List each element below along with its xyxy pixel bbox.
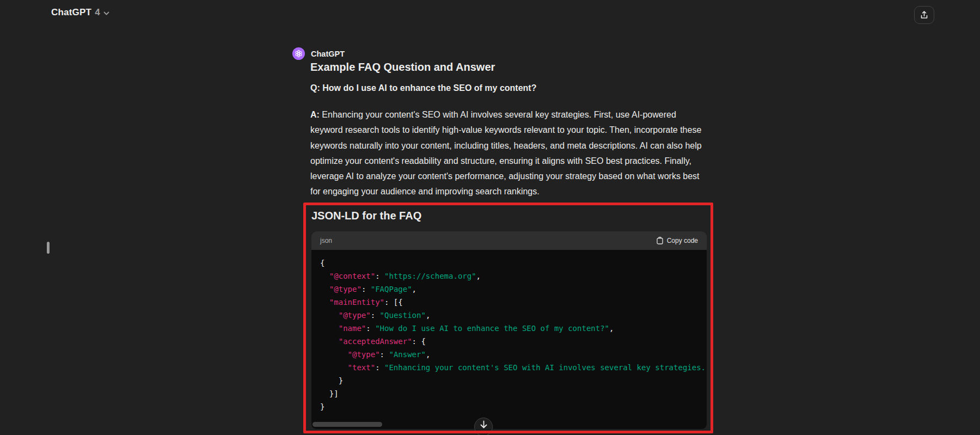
- message-title: Example FAQ Question and Answer: [310, 61, 495, 73]
- code-line: "name": "How do I use AI to enhance the …: [320, 322, 698, 335]
- code-language-label: json: [320, 237, 332, 244]
- code-section-heading: JSON-LD for the FAQ: [311, 210, 421, 222]
- code-content: { "@context": "https://schema.org", "@ty…: [311, 250, 707, 420]
- code-block: json Copy code { "@context": "https://sc…: [311, 231, 707, 429]
- model-version: 4: [95, 7, 100, 18]
- code-line: }: [320, 374, 698, 387]
- answer-text: Enhancing your content's SEO with AI inv…: [310, 110, 702, 196]
- code-block-header: json Copy code: [311, 231, 707, 250]
- share-upload-icon: [920, 10, 929, 20]
- faq-question: Q: How do I use AI to enhance the SEO of…: [310, 83, 536, 93]
- copy-code-label: Copy code: [667, 237, 698, 244]
- code-line: }: [320, 400, 698, 413]
- text-cursor-artifact: [47, 242, 50, 254]
- code-line: "@context": "https://schema.org",: [320, 269, 698, 283]
- sender-name: ChatGPT: [311, 50, 345, 58]
- code-line: "mainEntity": [{: [320, 296, 698, 309]
- clipboard-icon: [657, 237, 663, 244]
- copy-code-button[interactable]: Copy code: [657, 237, 698, 244]
- scroll-down-button[interactable]: [474, 418, 493, 435]
- model-selector[interactable]: ChatGPT 4: [51, 7, 109, 18]
- share-button[interactable]: [914, 6, 934, 24]
- code-line: "text": "Enhancing your content's SEO wi…: [320, 361, 698, 374]
- message-header: ChatGPT: [292, 47, 345, 60]
- chevron-down-icon: [103, 11, 109, 15]
- horizontal-scrollbar-thumb[interactable]: [313, 422, 382, 427]
- code-line: }]: [320, 387, 698, 400]
- chat-page: ChatGPT 4 ChatGPT Example FAQ Question a…: [0, 0, 980, 435]
- chatgpt-avatar: [292, 47, 305, 60]
- code-line: "@type": "Answer",: [320, 348, 698, 361]
- app-name: ChatGPT: [51, 7, 91, 18]
- answer-prefix: A:: [310, 110, 320, 119]
- faq-answer: A: Enhancing your content's SEO with AI …: [310, 107, 709, 200]
- arrow-down-icon: [480, 420, 488, 429]
- code-line: "@type": "Question",: [320, 309, 698, 322]
- code-line: "acceptedAnswer": {: [320, 335, 698, 348]
- code-line: "@type": "FAQPage",: [320, 283, 698, 296]
- openai-logo-icon: [295, 50, 303, 58]
- code-line: {: [320, 256, 698, 269]
